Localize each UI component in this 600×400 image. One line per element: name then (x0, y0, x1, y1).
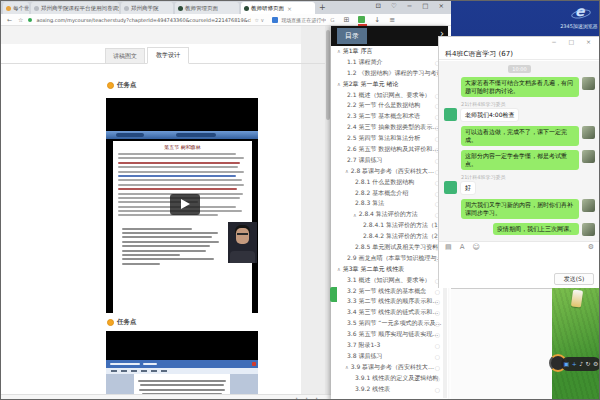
toc-item[interactable]: 1.1 课程简介○ (331, 57, 448, 68)
back-icon[interactable]: ← (7, 16, 12, 23)
browser-tab[interactable]: 郑州商学院课程平台使用问卷调查 (31, 2, 119, 14)
toc-item-label: 2.1 概述（知识网点、要求等） (347, 91, 430, 100)
toc-item[interactable]: 2.7 课后练习○ (331, 155, 448, 166)
collapse-caret-icon[interactable]: ∧ (337, 48, 341, 54)
toc-item[interactable]: 3.1 概述（知识网点、要求等）○ (331, 275, 448, 286)
avatar[interactable] (444, 108, 457, 121)
collapse-caret-icon[interactable]: ∧ (337, 81, 341, 87)
lecture-video-2[interactable] (106, 331, 258, 399)
floating-toolbar[interactable]: ▣+♪↻⚙ (549, 355, 600, 373)
new-tab-button[interactable]: + (319, 3, 326, 12)
browser-tab[interactable]: 教师管理页面 (175, 2, 239, 14)
toc-item[interactable]: ∧2.8.4 算法评价的方法○ (331, 209, 448, 220)
video-doc-title: 第五节 树和森林 (118, 144, 247, 150)
wechat-window: − □ × 科4班C语言学习 (67) 10:00大家若看不懂可结合文档多看几遍… (438, 36, 600, 288)
avatar[interactable] (582, 199, 595, 212)
bookmark-star-icon[interactable]: ☆ (18, 16, 23, 23)
progress-circle-icon: ○ (435, 331, 440, 338)
floatbar-icon[interactable]: ⚙ (593, 361, 598, 367)
download-manager-icon[interactable] (358, 16, 365, 23)
font-icon[interactable]: A (460, 243, 465, 251)
toc-item[interactable]: 3.9.2 线性表○ (331, 384, 448, 395)
toc-item[interactable]: 2.8.1 什么是数据结构○ (331, 177, 448, 188)
apps-grid-icon[interactable]: ⊞ (343, 16, 349, 24)
drawer-green-handle[interactable] (330, 287, 337, 302)
toc-item[interactable]: ∧第1章 序言 (331, 46, 448, 57)
collapse-caret-icon[interactable]: ∧ (337, 266, 341, 272)
avatar[interactable] (582, 223, 595, 236)
emoji-icon[interactable]: ☺ (472, 243, 479, 251)
menu-icon[interactable]: ≡ (389, 16, 395, 24)
toc-item[interactable]: ∧第2章 第一单元 绪论 (331, 79, 448, 90)
floatbar-icon[interactable]: + (572, 361, 577, 367)
toc-item[interactable]: 3.2 第一节 线性表的基本概念○ (331, 286, 448, 297)
avatar[interactable] (582, 150, 595, 163)
toc-item[interactable]: 2.8.4.1 算法评价的方法（1）○ (331, 220, 448, 231)
toc-item-label: 第3章 第二单元 线性表 (343, 265, 405, 274)
toc-item[interactable]: 2.1 概述（知识网点、要求等）○ (331, 90, 448, 101)
floatbar-icon[interactable]: ♪ (579, 361, 583, 367)
avatar[interactable] (444, 181, 457, 194)
avatar[interactable] (582, 77, 595, 90)
tab-close-icon[interactable]: × (287, 5, 292, 12)
toc-item[interactable]: 2.3 第二节 基本概念和术语○ (331, 111, 448, 122)
toc-item[interactable]: 2.8.5 单元测试及相关学习资料○ (331, 242, 448, 253)
avatar[interactable] (582, 126, 595, 139)
chat-input[interactable] (439, 252, 600, 272)
chat-message-area: 10:00大家若看不懂可结合文档多看几遍，有问题可随时群内讨论。21计科4班学习… (439, 61, 600, 241)
floatbar-icon[interactable]: ▣ (564, 361, 570, 367)
browser-tab[interactable]: 郑州商学院 (121, 2, 173, 14)
send-button[interactable]: 发送(S) (554, 273, 594, 285)
toc-item[interactable]: ∧3.9 慕课与参考（西安科技大…○ (331, 362, 448, 373)
toc-item[interactable]: 3.4 第三节 线性表的链式表示和…○ (331, 307, 448, 318)
toc-item[interactable]: ∧2.8 慕课与参考（西安科技大…○ (331, 166, 448, 177)
toc-item-label: 1.2 《数据结构》课程的学习与考试 (347, 69, 442, 78)
toc-item[interactable]: 2.8.4.2 算法评价的方法（2）○ (331, 231, 448, 242)
hotsearch-engine-letter: G (330, 17, 334, 23)
play-button[interactable] (170, 194, 200, 215)
toc-item[interactable]: 2.9 画龙点睛（本章节知识梳理与…○ (331, 253, 448, 264)
ie-browser-icon[interactable]: e (571, 3, 595, 23)
toc-item[interactable]: 2.8.2 基本概念介绍○ (331, 188, 448, 199)
collapse-caret-icon[interactable]: ∧ (345, 168, 349, 174)
browser-window-controls[interactable]: ⊡ ♡ − □ × (375, 2, 448, 10)
browser-tab[interactable]: 每个世界 (3, 2, 29, 14)
toc-item[interactable]: ∧第3章 第二单元 线性表 (331, 264, 448, 275)
toc-item[interactable]: 3.7 附录1-3○ (331, 340, 448, 351)
gear-icon[interactable]: ⚙ (588, 243, 594, 251)
doc-text-line (118, 166, 238, 168)
toc-item[interactable]: 3.3 第二节 线性表的顺序表示和…○ (331, 296, 448, 307)
tab-favicon (6, 6, 11, 11)
toc-item-label: 3.4 第三节 线性表的链式表示和… (347, 308, 438, 317)
toc-item[interactable]: 2.4 第三节 抽象数据类型的表示…○ (331, 122, 448, 133)
toc-title-tab[interactable]: 目录 (337, 28, 367, 44)
tab-lecture-text[interactable]: 讲稿图文 (105, 48, 145, 64)
toc-item[interactable]: 3.8 课后练习○ (331, 351, 448, 362)
clipboard-icon[interactable]: ▤ (445, 243, 452, 251)
toc-item[interactable]: 2.6 第五节 数据结构及其评价和…○ (331, 144, 448, 155)
tab-label: 郑州商学院 (131, 5, 159, 12)
timestamp-pill: 10:00 (508, 65, 530, 73)
toc-item[interactable]: 3.5 第四节 “一元多项式的表示及…○ (331, 318, 448, 329)
browser-tab[interactable]: 教师研修页面× (241, 2, 315, 14)
toc-item[interactable]: 2.5 第四节 算法和算法分析○ (331, 133, 448, 144)
toc-item[interactable]: 3.6 第五节 顺序实现与链表实现…○ (331, 329, 448, 340)
toc-item[interactable]: 2.2 第一节 什么是数据结构○ (331, 100, 448, 111)
url-star-dropdown[interactable]: ☆ ∨ (254, 17, 264, 23)
toc-item[interactable]: 1.2 《数据结构》课程的学习与考试○ (331, 68, 448, 79)
floatbar-icon[interactable]: ↻ (586, 361, 591, 367)
tab-teaching-design[interactable]: 教学设计 (147, 47, 189, 64)
toc-item[interactable]: 3.9.1 线性表的定义及逻辑结构○ (331, 373, 448, 384)
collapse-caret-icon[interactable]: ∧ (345, 364, 349, 370)
progress-circle-icon: ○ (435, 288, 440, 295)
toc-item[interactable]: 2.8.3 算法○ (331, 198, 448, 209)
collapse-caret-icon[interactable]: ∧ (353, 212, 357, 218)
download-arrow-icon[interactable]: ↓ (374, 16, 380, 24)
toc-item-label: 3.6 第五节 顺序实现与链表实现… (347, 330, 438, 339)
lecture-video-1[interactable]: 第五节 树和森林 (106, 98, 258, 313)
address-bar-url[interactable]: aoxing.com/mycourse/teacherstudy?chapter… (36, 17, 251, 23)
doc-text-line (118, 162, 240, 164)
wechat-window-controls[interactable]: − □ × (551, 38, 596, 45)
floating-toolbar-icons[interactable]: ▣+♪↻⚙ (561, 357, 600, 371)
hotsearch-text[interactable]: 现场直播正在进行中 (281, 17, 326, 23)
